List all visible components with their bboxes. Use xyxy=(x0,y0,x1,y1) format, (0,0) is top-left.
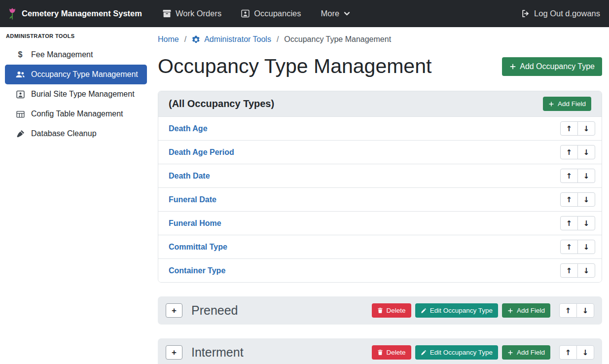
field-link[interactable]: Funeral Date xyxy=(165,195,216,204)
move-down-button[interactable]: ↓ xyxy=(576,303,594,318)
pencil-icon xyxy=(421,350,427,356)
breadcrumb-home-link[interactable]: Home xyxy=(158,35,179,44)
move-up-button[interactable]: ↑ xyxy=(560,216,578,230)
move-down-button[interactable]: ↓ xyxy=(577,121,595,136)
pencil-icon xyxy=(421,308,427,314)
users-icon xyxy=(15,71,26,78)
plus-icon xyxy=(509,63,516,70)
move-up-button[interactable]: ↑ xyxy=(559,345,577,360)
add-field-button[interactable]: Add Field xyxy=(543,97,591,111)
dollar-icon: $ xyxy=(15,50,26,59)
move-up-button[interactable]: ↑ xyxy=(560,263,578,278)
nav-more[interactable]: More xyxy=(321,9,351,18)
field-link[interactable]: Funeral Home xyxy=(165,219,221,228)
move-up-button[interactable]: ↑ xyxy=(560,145,578,159)
move-down-button[interactable]: ↓ xyxy=(576,345,594,360)
edit-occupancy-type-button[interactable]: Edit Occupancy Type xyxy=(415,345,498,360)
breadcrumb-current: Occupancy Type Management xyxy=(284,35,391,44)
section-name: Interment xyxy=(191,345,244,360)
top-navbar: Cemetery Management System Work Orders O… xyxy=(0,0,609,27)
move-down-button[interactable]: ↓ xyxy=(577,192,595,207)
move-up-button[interactable]: ↑ xyxy=(560,192,578,207)
move-down-button[interactable]: ↓ xyxy=(577,216,595,230)
all-occupancy-types-header: (All Occupancy Types) Add Field xyxy=(158,91,602,117)
expand-button[interactable]: + xyxy=(166,345,182,360)
reorder-button-group: ↑ ↓ xyxy=(560,192,595,207)
section-controls: Delete Edit Occupancy Type Add Field ↑ xyxy=(372,345,594,360)
field-link[interactable]: Death Age Period xyxy=(165,148,234,157)
move-up-button[interactable]: ↑ xyxy=(560,169,578,183)
gear-icon xyxy=(192,36,200,44)
sidebar-item-config-table-management[interactable]: Config Table Management xyxy=(5,104,147,124)
card-title: (All Occupancy Types) xyxy=(169,98,274,109)
occupancy-type-section-preneed: + Preneed Delete Edit Occupancy Type xyxy=(158,296,602,325)
reorder-button-group: ↑ ↓ xyxy=(560,216,595,230)
field-row: Committal Type ↑ ↓ xyxy=(158,235,602,259)
person-frame-icon xyxy=(15,90,26,99)
main-content: Home / Administrator Tools / Occupancy T… xyxy=(152,27,609,364)
reorder-button-group: ↑ ↓ xyxy=(560,263,595,278)
field-link[interactable]: Death Age xyxy=(165,124,208,133)
move-down-button[interactable]: ↓ xyxy=(577,263,595,278)
expand-button[interactable]: + xyxy=(166,303,182,318)
app-title: Cemetery Management System xyxy=(22,9,142,18)
section-controls: Delete Edit Occupancy Type Add Field ↑ xyxy=(372,303,594,318)
delete-button[interactable]: Delete xyxy=(372,345,411,360)
breadcrumb-separator: / xyxy=(184,35,186,44)
sidebar-heading: ADMINISTRATOR TOOLS xyxy=(0,33,152,39)
trash-icon xyxy=(377,307,383,314)
box-archive-icon xyxy=(163,9,171,18)
person-frame-icon xyxy=(241,9,250,18)
delete-button[interactable]: Delete xyxy=(372,303,411,318)
sidebar-item-burial-site-type-management[interactable]: Burial Site Type Management xyxy=(5,84,147,104)
nav-work-orders[interactable]: Work Orders xyxy=(163,9,221,18)
logout-button[interactable]: Log Out d.gowans xyxy=(521,9,600,18)
plus-icon xyxy=(548,101,554,107)
field-row: Funeral Home ↑ ↓ xyxy=(158,212,602,235)
move-up-button[interactable]: ↑ xyxy=(559,303,577,318)
broom-icon xyxy=(15,130,26,138)
field-link[interactable]: Committal Type xyxy=(165,243,227,252)
reorder-button-group: ↑ ↓ xyxy=(560,240,595,254)
page-title: Occupancy Type Management xyxy=(158,55,431,78)
breadcrumb: Home / Administrator Tools / Occupancy T… xyxy=(158,35,602,44)
field-row: Funeral Date ↑ ↓ xyxy=(158,188,602,212)
chevron-down-icon xyxy=(344,10,350,17)
breadcrumb-admin-tools-link[interactable]: Administrator Tools xyxy=(192,35,271,44)
field-row: Container Type ↑ ↓ xyxy=(158,259,602,282)
add-field-button[interactable]: Add Field xyxy=(502,345,550,360)
move-up-button[interactable]: ↑ xyxy=(560,240,578,254)
edit-occupancy-type-button[interactable]: Edit Occupancy Type xyxy=(415,303,498,318)
move-up-button[interactable]: ↑ xyxy=(560,121,578,136)
tulip-logo-icon xyxy=(8,7,17,20)
reorder-button-group: ↑ ↓ xyxy=(560,169,595,183)
sidebar-item-occupancy-type-management[interactable]: Occupancy Type Management xyxy=(5,65,147,84)
sidebar-item-fee-management[interactable]: $ Fee Management xyxy=(5,45,147,65)
navbar-links: Work Orders Occupancies More xyxy=(163,9,350,18)
section-name: Preneed xyxy=(191,303,238,318)
plus-icon xyxy=(507,308,513,314)
app-brand[interactable]: Cemetery Management System xyxy=(8,7,142,20)
sidebar: ADMINISTRATOR TOOLS $ Fee Management Occ… xyxy=(0,27,152,364)
plus-icon xyxy=(507,350,513,356)
field-row: Death Age Period ↑ ↓ xyxy=(158,141,602,164)
trash-icon xyxy=(377,349,383,356)
occupancy-type-section-interment: + Interment Delete Edit Occupancy Type xyxy=(158,338,602,364)
breadcrumb-separator: / xyxy=(277,35,279,44)
move-down-button[interactable]: ↓ xyxy=(577,169,595,183)
move-down-button[interactable]: ↓ xyxy=(577,240,595,254)
reorder-button-group: ↑ ↓ xyxy=(560,145,595,159)
move-down-button[interactable]: ↓ xyxy=(577,145,595,159)
all-occupancy-types-card: (All Occupancy Types) Add Field Death Ag… xyxy=(158,91,602,283)
reorder-button-group: ↑ ↓ xyxy=(560,121,595,136)
field-row: Death Age ↑ ↓ xyxy=(158,117,602,141)
nav-occupancies[interactable]: Occupancies xyxy=(241,9,301,18)
add-field-button[interactable]: Add Field xyxy=(502,303,550,318)
field-link[interactable]: Death Date xyxy=(165,172,210,181)
sidebar-item-database-cleanup[interactable]: Database Cleanup xyxy=(5,124,147,144)
reorder-button-group: ↑ ↓ xyxy=(559,345,594,360)
field-link[interactable]: Container Type xyxy=(165,266,225,275)
add-occupancy-type-button[interactable]: Add Occupancy Type xyxy=(502,57,602,76)
reorder-button-group: ↑ ↓ xyxy=(559,303,594,318)
logout-icon xyxy=(521,9,530,18)
